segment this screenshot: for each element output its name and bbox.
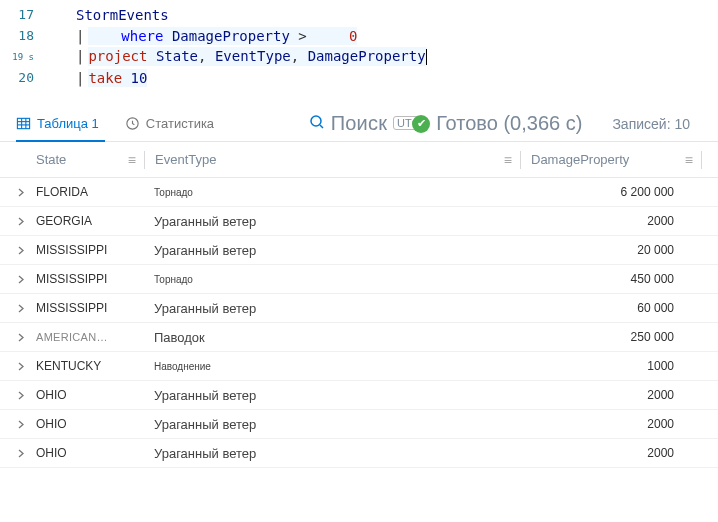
code-editor[interactable]: 17 StormEvents 18 | where DamageProperty… bbox=[0, 0, 718, 92]
cell-state: KENTUCKY bbox=[36, 359, 144, 373]
table-row[interactable]: MISSISSIPPIУраганный ветер20 000 bbox=[0, 236, 718, 265]
column-menu-icon[interactable]: ≡ bbox=[128, 152, 134, 168]
code-line[interactable]: 19 s |project State, EventType, DamagePr… bbox=[0, 46, 718, 67]
cell-eventtype: Ураганный ветер bbox=[144, 243, 522, 258]
cell-state: MISSISSIPPI bbox=[36, 272, 144, 286]
search-placeholder: Поиск UTC bbox=[331, 112, 424, 135]
cell-damageproperty: 450 000 bbox=[522, 272, 702, 286]
svg-rect-0 bbox=[17, 118, 29, 128]
tab-stats[interactable]: Статистика bbox=[125, 106, 220, 141]
column-header-damageproperty[interactable]: DamageProperty ≡ bbox=[521, 152, 701, 168]
results-grid: State ≡ EventType ≡ DamageProperty ≡ FLO… bbox=[0, 142, 718, 468]
grid-header: State ≡ EventType ≡ DamageProperty ≡ bbox=[0, 142, 718, 178]
tab-label: Таблица 1 bbox=[37, 116, 99, 131]
expand-row-icon[interactable] bbox=[16, 418, 36, 431]
cell-damageproperty: 6 200 000 bbox=[522, 185, 702, 199]
cell-damageproperty: 60 000 bbox=[522, 301, 702, 315]
expand-row-icon[interactable] bbox=[16, 447, 36, 460]
code-line[interactable]: 17 StormEvents bbox=[0, 4, 718, 25]
svg-line-7 bbox=[320, 125, 323, 128]
clock-icon bbox=[125, 116, 140, 131]
cell-eventtype: Ураганный ветер bbox=[144, 214, 522, 229]
checkmark-icon: ✔ bbox=[412, 115, 430, 133]
cell-eventtype: Торнадо bbox=[144, 274, 522, 285]
table-icon bbox=[16, 116, 31, 131]
cell-damageproperty: 2000 bbox=[522, 417, 702, 431]
column-header-state[interactable]: State ≡ bbox=[36, 152, 144, 168]
cell-state: MISSISSIPPI bbox=[36, 243, 144, 257]
expand-row-icon[interactable] bbox=[16, 273, 36, 286]
expand-row-icon[interactable] bbox=[16, 331, 36, 344]
tab-table[interactable]: Таблица 1 bbox=[16, 106, 105, 141]
table-row[interactable]: MISSISSIPPIТорнадо450 000 bbox=[0, 265, 718, 294]
line-number: 17 bbox=[0, 7, 48, 22]
cell-damageproperty: 20 000 bbox=[522, 243, 702, 257]
line-number: 20 bbox=[0, 70, 48, 85]
cell-eventtype: Ураганный ветер bbox=[144, 301, 522, 316]
code-line[interactable]: 18 | where DamageProperty > 0 bbox=[0, 25, 718, 46]
results-header: Таблица 1 Статистика Поиск UTC ✔ Готово … bbox=[0, 106, 718, 142]
code-line[interactable]: 20 |take 10 bbox=[0, 67, 718, 88]
cell-state: OHIO bbox=[36, 446, 144, 460]
cell-eventtype: Ураганный ветер bbox=[144, 388, 522, 403]
column-header-eventtype[interactable]: EventType ≡ bbox=[145, 152, 520, 168]
expand-row-icon[interactable] bbox=[16, 360, 36, 373]
table-row[interactable]: GEORGIAУраганный ветер2000 bbox=[0, 207, 718, 236]
cell-damageproperty: 2000 bbox=[522, 446, 702, 460]
cell-state: FLORIDA bbox=[36, 185, 144, 199]
column-menu-icon[interactable]: ≡ bbox=[504, 152, 510, 168]
cell-damageproperty: 250 000 bbox=[522, 330, 702, 344]
cell-state: OHIO bbox=[36, 417, 144, 431]
cell-eventtype: Ураганный ветер bbox=[144, 417, 522, 432]
cell-damageproperty: 2000 bbox=[522, 388, 702, 402]
svg-point-6 bbox=[311, 116, 321, 126]
column-menu-icon[interactable]: ≡ bbox=[685, 152, 691, 168]
table-row[interactable]: MISSISSIPPIУраганный ветер60 000 bbox=[0, 294, 718, 323]
expand-row-icon[interactable] bbox=[16, 302, 36, 315]
cell-eventtype: Паводок bbox=[144, 330, 522, 345]
cell-state: GEORGIA bbox=[36, 214, 144, 228]
cell-eventtype: Наводнение bbox=[144, 361, 522, 372]
cell-eventtype: Торнадо bbox=[144, 187, 522, 198]
record-count: Записей: 10 bbox=[612, 116, 702, 132]
line-number: 18 bbox=[0, 28, 48, 43]
status-ready: ✔ Готово (0,366 с) bbox=[432, 112, 582, 135]
table-row[interactable]: OHIOУраганный ветер2000 bbox=[0, 410, 718, 439]
search-area[interactable]: Поиск UTC bbox=[309, 112, 424, 135]
expand-row-icon[interactable] bbox=[16, 215, 36, 228]
table-row[interactable]: OHIOУраганный ветер2000 bbox=[0, 439, 718, 468]
table-row[interactable]: OHIOУраганный ветер2000 bbox=[0, 381, 718, 410]
table-row[interactable]: KENTUCKYНаводнение1000 bbox=[0, 352, 718, 381]
expand-row-icon[interactable] bbox=[16, 244, 36, 257]
cell-damageproperty: 2000 bbox=[522, 214, 702, 228]
expand-row-icon[interactable] bbox=[16, 389, 36, 402]
tab-label: Статистика bbox=[146, 116, 214, 131]
search-icon bbox=[309, 114, 325, 133]
table-row[interactable]: AMERICAN…Паводок250 000 bbox=[0, 323, 718, 352]
cell-state: AMERICAN… bbox=[36, 331, 144, 343]
cell-damageproperty: 1000 bbox=[522, 359, 702, 373]
expand-row-icon[interactable] bbox=[16, 186, 36, 199]
table-row[interactable]: FLORIDAТорнадо6 200 000 bbox=[0, 178, 718, 207]
cell-state: MISSISSIPPI bbox=[36, 301, 144, 315]
cell-state: OHIO bbox=[36, 388, 144, 402]
cell-eventtype: Ураганный ветер bbox=[144, 446, 522, 461]
line-number: 19 s bbox=[0, 52, 48, 62]
